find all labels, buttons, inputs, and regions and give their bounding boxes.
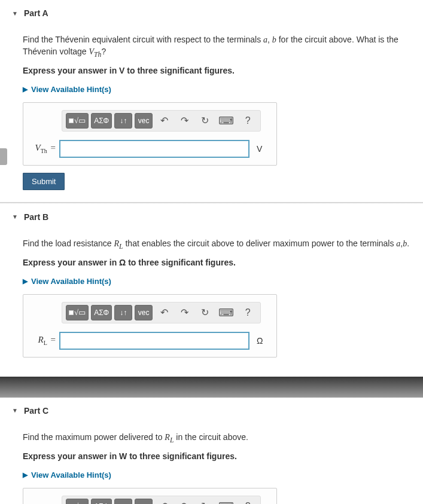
var-main: R — [38, 335, 44, 344]
part-a-title: Part A — [24, 8, 48, 18]
prompt-text: Find the Thévenin equivalent circuit wit… — [23, 35, 263, 44]
template-button[interactable]: √▭ — [66, 305, 89, 320]
side-collapse-tab[interactable] — [0, 148, 7, 165]
view-hints-link[interactable]: ▶ View Available Hint(s) — [23, 85, 111, 94]
part-b-section: ▼ Part B Find the load resistance RL tha… — [0, 204, 423, 377]
caret-down-icon: ▼ — [12, 407, 18, 414]
subscript-button[interactable]: ↓↑ — [114, 113, 132, 129]
vector-button[interactable]: vec — [135, 305, 153, 320]
answer-input-a[interactable] — [59, 140, 249, 158]
prompt-text: Find the maximum power delivered to — [23, 432, 165, 442]
answer-input-b[interactable] — [59, 332, 249, 350]
var-main: V — [35, 143, 41, 152]
redo-button[interactable]: ↷ — [175, 305, 193, 320]
answer-box-a: √▭ ΑΣΦ ↓↑ vec ↶ ↷ ↻ ⌨ ? VTh = V — [23, 102, 277, 166]
prompt-text: . — [407, 239, 409, 248]
hints-label: View Available Hint(s) — [31, 471, 111, 479]
variable-label-a: VTh = — [31, 143, 56, 154]
redo-button[interactable]: ↷ — [175, 113, 193, 129]
view-hints-link[interactable]: ▶ View Available Hint(s) — [23, 471, 111, 479]
reset-button[interactable]: ↻ — [196, 113, 214, 129]
variable-label-b: RL = — [31, 335, 56, 346]
term-a: a — [263, 35, 267, 44]
redo-button[interactable]: ↷ — [175, 499, 193, 504]
template-button[interactable]: √▭ — [66, 499, 89, 504]
caret-down-icon: ▼ — [12, 213, 18, 220]
part-a-prompt: Find the Thévenin equivalent circuit wit… — [23, 34, 411, 60]
caret-right-icon: ▶ — [23, 277, 28, 285]
var-sub: Th — [41, 148, 47, 154]
greek-button[interactable]: ΑΣΦ — [91, 499, 112, 504]
reset-button[interactable]: ↻ — [196, 499, 214, 504]
subscript-button[interactable]: ↓↑ — [114, 499, 132, 504]
subscript-button[interactable]: ↓↑ — [114, 305, 132, 320]
answer-box-b: √▭ ΑΣΦ ↓↑ vec ↶ ↷ ↻ ⌨ ? RL = Ω — [23, 294, 277, 358]
part-c-title: Part C — [24, 406, 48, 416]
undo-button[interactable]: ↶ — [155, 499, 173, 504]
part-c-section: ▼ Part C Find the maximum power delivere… — [0, 398, 423, 504]
caret-right-icon: ▶ — [23, 85, 28, 93]
vector-button[interactable]: vec — [135, 113, 153, 129]
part-a-section: ▼ Part A Find the Thévenin equivalent ci… — [0, 0, 423, 202]
part-c-instruction: Express your answer in W to three signif… — [23, 451, 411, 461]
part-c-header[interactable]: ▼ Part C — [0, 402, 423, 423]
equation-toolbar: √▭ ΑΣΦ ↓↑ vec ↶ ↷ ↻ ⌨ ? — [62, 302, 261, 323]
term-b: b — [272, 35, 276, 44]
part-a-body: Find the Thévenin equivalent circuit wit… — [0, 25, 423, 190]
reset-button[interactable]: ↻ — [196, 305, 214, 320]
unit-label-a: V — [257, 144, 262, 154]
answer-row-b: RL = Ω — [31, 332, 269, 350]
var-r: R — [165, 433, 170, 442]
part-b-body: Find the load resistance RL that enables… — [0, 229, 423, 358]
view-hints-link[interactable]: ▶ View Available Hint(s) — [23, 277, 111, 286]
part-c-prompt: Find the maximum power delivered to RL i… — [23, 432, 411, 445]
undo-button[interactable]: ↶ — [155, 305, 173, 320]
hints-label: View Available Hint(s) — [31, 277, 111, 286]
prompt-text: in the circuit above. — [174, 432, 248, 442]
var-v: V — [89, 47, 95, 56]
answer-row-a: VTh = V — [31, 140, 269, 158]
hints-label: View Available Hint(s) — [31, 85, 111, 94]
greek-button[interactable]: ΑΣΦ — [91, 113, 112, 129]
var-sub: Th — [94, 50, 101, 58]
part-b-prompt: Find the load resistance RL that enables… — [23, 238, 411, 252]
keyboard-button[interactable]: ⌨ — [216, 499, 236, 504]
var-r: R — [114, 239, 120, 248]
prompt-text: that enables the circuit above to delive… — [123, 239, 397, 248]
equation-toolbar: √▭ ΑΣΦ ↓↑ vec ↶ ↷ ↻ ⌨ ? — [62, 110, 261, 132]
help-button[interactable]: ? — [239, 305, 257, 320]
submit-button[interactable]: Submit — [23, 173, 65, 190]
keyboard-button[interactable]: ⌨ — [216, 305, 236, 320]
caret-down-icon: ▼ — [12, 10, 18, 17]
shadow-divider — [0, 377, 423, 398]
equation-toolbar: √▭ ΑΣΦ ↓↑ vec ↶ ↷ ↻ ⌨ ? — [62, 496, 261, 504]
help-button[interactable]: ? — [239, 113, 257, 129]
greek-button[interactable]: ΑΣΦ — [91, 305, 112, 320]
part-a-instruction: Express your answer in V to three signif… — [23, 66, 411, 75]
part-b-header[interactable]: ▼ Part B — [0, 209, 423, 229]
keyboard-button[interactable]: ⌨ — [216, 113, 236, 129]
part-c-body: Find the maximum power delivered to RL i… — [0, 423, 423, 504]
template-button[interactable]: √▭ — [66, 113, 89, 129]
prompt-text: , — [267, 35, 272, 44]
var-sub: L — [44, 340, 47, 346]
prompt-text: Find the load resistance — [23, 239, 114, 248]
caret-right-icon: ▶ — [23, 471, 28, 479]
vector-button[interactable]: vec — [135, 499, 153, 504]
undo-button[interactable]: ↶ — [155, 113, 173, 129]
part-b-title: Part B — [24, 212, 48, 222]
help-button[interactable]: ? — [239, 499, 257, 504]
unit-label-b: Ω — [257, 336, 263, 346]
part-a-header[interactable]: ▼ Part A — [0, 5, 423, 25]
answer-box-c: √▭ ΑΣΦ ↓↑ vec ↶ ↷ ↻ ⌨ ? pmax = W — [23, 488, 277, 504]
part-b-instruction: Express your answer in Ω to three signif… — [23, 258, 411, 267]
prompt-text: ? — [101, 47, 106, 56]
